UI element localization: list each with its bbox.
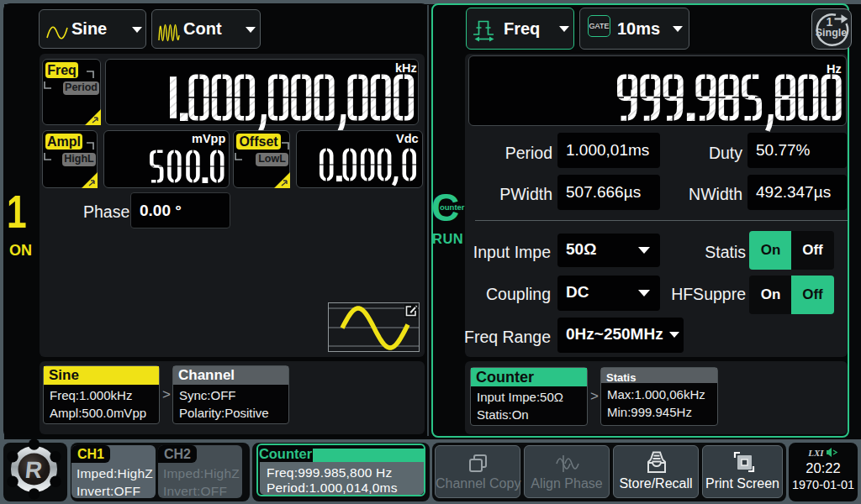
- svg-text:Single: Single: [816, 27, 848, 39]
- svg-text:R: R: [24, 457, 43, 483]
